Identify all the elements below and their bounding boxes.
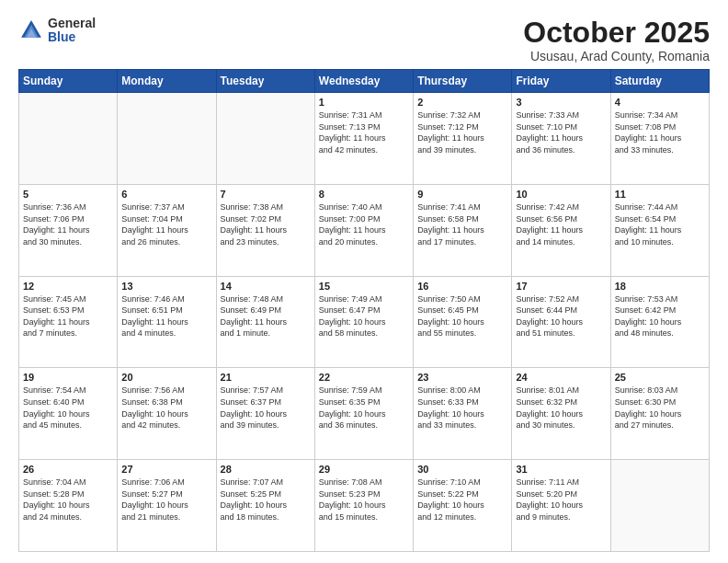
- calendar-cell: 9Sunrise: 7:41 AM Sunset: 6:58 PM Daylig…: [414, 184, 512, 276]
- day-number: 15: [319, 281, 409, 292]
- day-number: 7: [221, 189, 311, 200]
- weekday-header-sunday: Sunday: [19, 70, 118, 93]
- weekday-header-monday: Monday: [118, 70, 216, 93]
- day-number: 28: [221, 464, 311, 475]
- day-number: 18: [615, 281, 705, 292]
- day-info: Sunrise: 7:53 AM Sunset: 6:42 PM Dayligh…: [615, 293, 705, 339]
- day-info: Sunrise: 7:10 AM Sunset: 5:22 PM Dayligh…: [417, 477, 507, 523]
- day-info: Sunrise: 7:50 AM Sunset: 6:45 PM Dayligh…: [417, 293, 507, 339]
- day-number: 23: [417, 372, 507, 383]
- day-number: 13: [121, 281, 211, 292]
- day-info: Sunrise: 7:49 AM Sunset: 6:47 PM Dayligh…: [319, 293, 409, 339]
- day-info: Sunrise: 7:31 AM Sunset: 7:13 PM Dayligh…: [319, 109, 409, 155]
- calendar-cell: 21Sunrise: 7:57 AM Sunset: 6:37 PM Dayli…: [216, 368, 314, 460]
- day-number: 9: [417, 189, 507, 200]
- subtitle: Ususau, Arad County, Romania: [523, 49, 710, 63]
- day-info: Sunrise: 7:57 AM Sunset: 6:37 PM Dayligh…: [221, 385, 311, 431]
- calendar-week-0: 1Sunrise: 7:31 AM Sunset: 7:13 PM Daylig…: [19, 93, 710, 185]
- day-number: 4: [615, 97, 705, 108]
- calendar-cell: [19, 93, 118, 185]
- day-info: Sunrise: 7:34 AM Sunset: 7:08 PM Dayligh…: [615, 109, 705, 155]
- page: General Blue October 2025 Ususau, Arad C…: [0, 0, 728, 563]
- day-info: Sunrise: 7:32 AM Sunset: 7:12 PM Dayligh…: [417, 109, 507, 155]
- calendar-cell: 23Sunrise: 8:00 AM Sunset: 6:33 PM Dayli…: [414, 368, 512, 460]
- day-info: Sunrise: 8:01 AM Sunset: 6:32 PM Dayligh…: [516, 385, 606, 431]
- logo-icon: [18, 17, 44, 43]
- day-info: Sunrise: 8:03 AM Sunset: 6:30 PM Dayligh…: [615, 385, 705, 431]
- day-info: Sunrise: 7:40 AM Sunset: 7:00 PM Dayligh…: [319, 201, 409, 247]
- logo: General Blue: [18, 17, 96, 45]
- day-number: 6: [121, 189, 211, 200]
- calendar-cell: 20Sunrise: 7:56 AM Sunset: 6:38 PM Dayli…: [118, 368, 216, 460]
- weekday-header-friday: Friday: [512, 70, 610, 93]
- calendar-cell: 6Sunrise: 7:37 AM Sunset: 7:04 PM Daylig…: [118, 184, 216, 276]
- day-number: 16: [417, 281, 507, 292]
- day-info: Sunrise: 7:38 AM Sunset: 7:02 PM Dayligh…: [221, 201, 311, 247]
- calendar-week-3: 19Sunrise: 7:54 AM Sunset: 6:40 PM Dayli…: [19, 368, 710, 460]
- weekday-header-row: SundayMondayTuesdayWednesdayThursdayFrid…: [19, 70, 710, 93]
- weekday-header-tuesday: Tuesday: [216, 70, 314, 93]
- calendar-cell: 24Sunrise: 8:01 AM Sunset: 6:32 PM Dayli…: [512, 368, 610, 460]
- calendar-cell: 30Sunrise: 7:10 AM Sunset: 5:22 PM Dayli…: [414, 460, 512, 552]
- day-info: Sunrise: 7:54 AM Sunset: 6:40 PM Dayligh…: [23, 385, 113, 431]
- day-number: 25: [615, 372, 705, 383]
- calendar-cell: 18Sunrise: 7:53 AM Sunset: 6:42 PM Dayli…: [610, 276, 709, 368]
- day-info: Sunrise: 7:08 AM Sunset: 5:23 PM Dayligh…: [319, 477, 409, 523]
- weekday-header-wednesday: Wednesday: [314, 70, 413, 93]
- calendar-cell: 5Sunrise: 7:36 AM Sunset: 7:06 PM Daylig…: [19, 184, 118, 276]
- day-number: 1: [319, 97, 409, 108]
- day-info: Sunrise: 7:44 AM Sunset: 6:54 PM Dayligh…: [615, 201, 705, 247]
- header: General Blue October 2025 Ususau, Arad C…: [18, 17, 710, 63]
- day-number: 12: [23, 281, 113, 292]
- day-number: 30: [417, 464, 507, 475]
- logo-general-text: General: [48, 17, 96, 30]
- day-info: Sunrise: 7:48 AM Sunset: 6:49 PM Dayligh…: [221, 293, 311, 339]
- day-number: 24: [516, 372, 606, 383]
- calendar-table: SundayMondayTuesdayWednesdayThursdayFrid…: [18, 69, 710, 552]
- title-block: October 2025 Ususau, Arad County, Romani…: [523, 17, 710, 63]
- day-info: Sunrise: 7:07 AM Sunset: 5:25 PM Dayligh…: [221, 477, 311, 523]
- calendar-cell: 22Sunrise: 7:59 AM Sunset: 6:35 PM Dayli…: [314, 368, 413, 460]
- day-info: Sunrise: 7:04 AM Sunset: 5:28 PM Dayligh…: [23, 477, 113, 523]
- weekday-header-saturday: Saturday: [610, 70, 709, 93]
- day-number: 10: [516, 189, 606, 200]
- calendar-cell: 10Sunrise: 7:42 AM Sunset: 6:56 PM Dayli…: [512, 184, 610, 276]
- day-info: Sunrise: 7:11 AM Sunset: 5:20 PM Dayligh…: [516, 477, 606, 523]
- calendar-cell: 1Sunrise: 7:31 AM Sunset: 7:13 PM Daylig…: [314, 93, 413, 185]
- calendar-cell: 14Sunrise: 7:48 AM Sunset: 6:49 PM Dayli…: [216, 276, 314, 368]
- calendar-cell: 29Sunrise: 7:08 AM Sunset: 5:23 PM Dayli…: [314, 460, 413, 552]
- day-info: Sunrise: 7:06 AM Sunset: 5:27 PM Dayligh…: [121, 477, 211, 523]
- day-number: 8: [319, 189, 409, 200]
- calendar-week-2: 12Sunrise: 7:45 AM Sunset: 6:53 PM Dayli…: [19, 276, 710, 368]
- calendar-cell: 11Sunrise: 7:44 AM Sunset: 6:54 PM Dayli…: [610, 184, 709, 276]
- calendar-cell: [610, 460, 709, 552]
- calendar-cell: 7Sunrise: 7:38 AM Sunset: 7:02 PM Daylig…: [216, 184, 314, 276]
- weekday-header-thursday: Thursday: [414, 70, 512, 93]
- calendar-cell: [118, 93, 216, 185]
- logo-blue-text: Blue: [48, 30, 96, 44]
- day-number: 26: [23, 464, 113, 475]
- calendar-cell: [216, 93, 314, 185]
- day-info: Sunrise: 7:45 AM Sunset: 6:53 PM Dayligh…: [23, 293, 113, 339]
- calendar-cell: 19Sunrise: 7:54 AM Sunset: 6:40 PM Dayli…: [19, 368, 118, 460]
- calendar-cell: 4Sunrise: 7:34 AM Sunset: 7:08 PM Daylig…: [610, 93, 709, 185]
- day-number: 17: [516, 281, 606, 292]
- calendar-cell: 17Sunrise: 7:52 AM Sunset: 6:44 PM Dayli…: [512, 276, 610, 368]
- day-number: 27: [121, 464, 211, 475]
- logo-text: General Blue: [48, 17, 96, 45]
- day-info: Sunrise: 8:00 AM Sunset: 6:33 PM Dayligh…: [417, 385, 507, 431]
- calendar-cell: 27Sunrise: 7:06 AM Sunset: 5:27 PM Dayli…: [118, 460, 216, 552]
- calendar-cell: 8Sunrise: 7:40 AM Sunset: 7:00 PM Daylig…: [314, 184, 413, 276]
- calendar-week-1: 5Sunrise: 7:36 AM Sunset: 7:06 PM Daylig…: [19, 184, 710, 276]
- day-number: 19: [23, 372, 113, 383]
- day-number: 31: [516, 464, 606, 475]
- day-number: 22: [319, 372, 409, 383]
- calendar-cell: 31Sunrise: 7:11 AM Sunset: 5:20 PM Dayli…: [512, 460, 610, 552]
- calendar-cell: 3Sunrise: 7:33 AM Sunset: 7:10 PM Daylig…: [512, 93, 610, 185]
- calendar-cell: 25Sunrise: 8:03 AM Sunset: 6:30 PM Dayli…: [610, 368, 709, 460]
- calendar-cell: 2Sunrise: 7:32 AM Sunset: 7:12 PM Daylig…: [414, 93, 512, 185]
- calendar-week-4: 26Sunrise: 7:04 AM Sunset: 5:28 PM Dayli…: [19, 460, 710, 552]
- day-number: 21: [221, 372, 311, 383]
- day-number: 2: [417, 97, 507, 108]
- calendar-cell: 13Sunrise: 7:46 AM Sunset: 6:51 PM Dayli…: [118, 276, 216, 368]
